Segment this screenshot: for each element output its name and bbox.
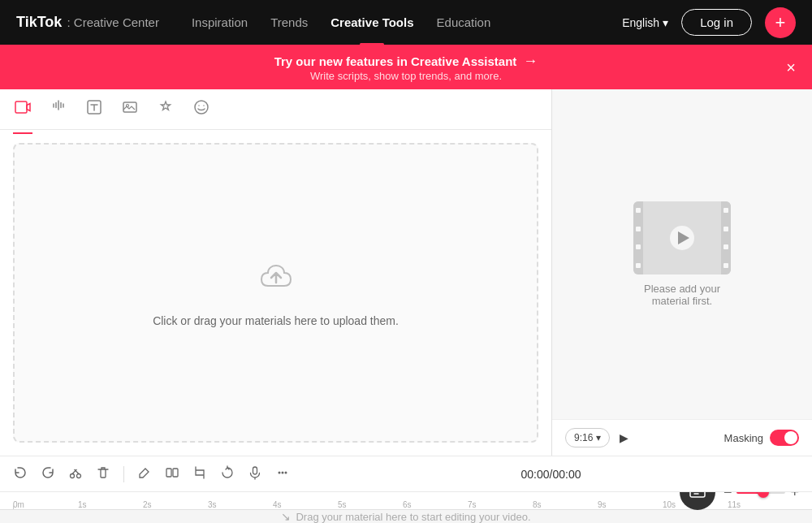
masking-section: Masking xyxy=(724,430,799,446)
banner-line1: Try our new features in Creative Assista… xyxy=(274,54,517,68)
video-icon xyxy=(15,99,31,119)
banner-line2: Write scripts, show top trends, and more… xyxy=(274,70,538,82)
edit-button[interactable] xyxy=(137,465,152,483)
logo-tiktok: TikTok xyxy=(16,14,62,31)
delete-button[interactable] xyxy=(96,465,110,483)
image-icon xyxy=(122,99,138,119)
zoom-in-button[interactable]: + xyxy=(790,492,799,501)
undo-button[interactable] xyxy=(13,465,28,483)
tab-image[interactable] xyxy=(120,96,140,123)
language-label: English xyxy=(622,16,659,29)
play-button[interactable]: ▶ xyxy=(620,431,628,444)
nav-inspiration[interactable]: Inspiration xyxy=(192,12,248,32)
language-selector[interactable]: English ▾ xyxy=(622,16,668,29)
preview-controls: 9:16 ▾ ▶ Masking xyxy=(552,419,812,456)
redo-button[interactable] xyxy=(41,465,55,483)
ratio-label: 9:16 xyxy=(574,432,593,443)
svg-point-4 xyxy=(195,101,208,114)
site-logo[interactable]: TikTok : Creative Center xyxy=(16,14,159,31)
chat-support-button[interactable] xyxy=(680,492,715,510)
svg-point-15 xyxy=(282,471,284,473)
login-button[interactable]: Log in xyxy=(681,9,752,36)
effects-icon xyxy=(158,99,174,119)
zoom-thumb xyxy=(758,492,769,498)
upload-icon xyxy=(257,258,296,305)
ruler-mark-3s: 3s xyxy=(208,500,273,509)
right-panel: Please add your material first. 9:16 ▾ ▶… xyxy=(552,89,812,456)
timeline-time: 00:00/00:00 xyxy=(521,468,581,481)
nav-right: English ▾ Log in + xyxy=(622,7,796,38)
timeline-area: 0m 1s 2s 3s 4s 5s 6s 7s 8s 9s 10s 11s xyxy=(0,492,812,523)
rotate-button[interactable] xyxy=(220,465,235,483)
nav-trends[interactable]: Trends xyxy=(270,12,308,32)
film-strip-left xyxy=(633,201,643,274)
nav-links: Inspiration Trends Creative Tools Educat… xyxy=(192,12,490,32)
logo-cc: : Creative Center xyxy=(63,15,159,29)
language-arrow: ▾ xyxy=(663,16,668,29)
drag-arrow-icon: ↘ xyxy=(281,510,291,523)
tab-effects[interactable] xyxy=(156,96,175,123)
svg-rect-11 xyxy=(166,469,171,477)
plus-button[interactable]: + xyxy=(765,7,796,38)
masking-toggle[interactable] xyxy=(770,430,799,446)
timeline-empty-state: ↘ Drag your material here to start editi… xyxy=(0,510,812,523)
svg-rect-0 xyxy=(15,102,27,113)
toggle-knob xyxy=(784,431,797,444)
bottom-controls: − + xyxy=(680,492,799,510)
nav-creative-tools[interactable]: Creative Tools xyxy=(330,12,413,32)
ruler-mark-8s: 8s xyxy=(533,500,598,509)
editor-top: Click or drag your materials here to upl… xyxy=(0,89,812,456)
mic-button[interactable] xyxy=(248,465,262,483)
ruler-mark-2s: 2s xyxy=(143,500,208,509)
video-preview xyxy=(633,201,731,274)
ruler-mark-5s: 5s xyxy=(338,500,403,509)
banner-arrow: → xyxy=(523,53,538,70)
svg-rect-17 xyxy=(690,492,705,497)
editor-bottom: 00:00/00:00 0m 1s 2s 3s 4s 5s 6s 7s 8s xyxy=(0,456,812,523)
svg-point-16 xyxy=(285,471,287,473)
svg-point-14 xyxy=(279,471,281,473)
upload-text: Click or drag your materials here to upl… xyxy=(153,314,399,327)
ruler-mark-6s: 6s xyxy=(403,500,468,509)
ruler-mark-9s: 9s xyxy=(598,500,663,509)
svg-point-9 xyxy=(71,473,75,478)
masking-label: Masking xyxy=(724,432,763,444)
ruler-mark-1s: 1s xyxy=(78,500,143,509)
crop-button[interactable] xyxy=(192,465,207,483)
svg-point-10 xyxy=(77,473,81,478)
nav-education[interactable]: Education xyxy=(437,12,491,32)
zoom-out-button[interactable]: − xyxy=(723,492,732,501)
preview-play-indicator xyxy=(670,226,694,250)
tab-stickers[interactable] xyxy=(192,96,211,123)
tab-audio[interactable] xyxy=(49,96,68,123)
editor-area: Click or drag your materials here to upl… xyxy=(0,89,812,523)
film-strip-right xyxy=(721,201,731,274)
audio-icon xyxy=(50,99,67,119)
toolbar-separator-1 xyxy=(123,466,124,482)
stickers-icon xyxy=(193,99,209,119)
preview-area: Please add your material first. xyxy=(552,89,812,419)
svg-rect-13 xyxy=(253,467,257,474)
left-panel: Click or drag your materials here to upl… xyxy=(0,89,552,456)
upload-dropzone[interactable]: Click or drag your materials here to upl… xyxy=(13,143,538,443)
ruler-mark-0m: 0m xyxy=(13,500,78,509)
media-tabs xyxy=(0,89,551,130)
banner-close-button[interactable]: × xyxy=(786,58,796,76)
aspect-ratio-button[interactable]: 9:16 ▾ xyxy=(565,428,610,447)
cut-button[interactable] xyxy=(68,465,83,483)
zoom-slider[interactable] xyxy=(736,492,785,494)
tab-video[interactable] xyxy=(13,96,32,123)
preview-message: Please add your material first. xyxy=(644,283,720,307)
editor-toolbar: 00:00/00:00 xyxy=(0,456,812,492)
text-icon xyxy=(86,99,102,119)
banner-content[interactable]: Try our new features in Creative Assista… xyxy=(274,53,538,82)
ruler-mark-7s: 7s xyxy=(468,500,533,509)
ruler-mark-4s: 4s xyxy=(273,500,338,509)
more-button[interactable] xyxy=(275,465,290,483)
svg-rect-12 xyxy=(173,469,178,477)
zoom-controls: − + xyxy=(723,492,799,501)
split-button[interactable] xyxy=(165,465,179,483)
drag-text: Drag your material here to start editing… xyxy=(296,511,530,523)
tab-text[interactable] xyxy=(84,96,104,123)
promo-banner: Try our new features in Creative Assista… xyxy=(0,45,812,89)
